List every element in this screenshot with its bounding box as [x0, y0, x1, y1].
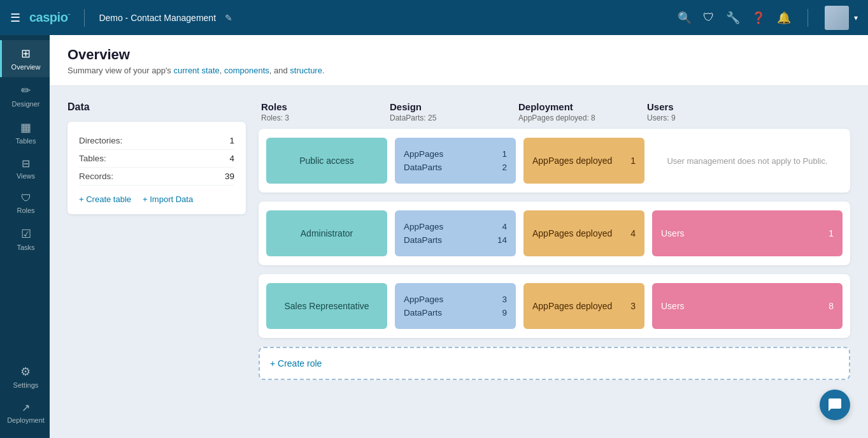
create-table-link[interactable]: + Create table: [79, 194, 131, 204]
sidebar-item-roles[interactable]: 🛡 Roles: [0, 186, 50, 221]
dataParts-value: 2: [502, 163, 507, 172]
tool-icon[interactable]: 🔧: [726, 11, 740, 25]
data-stats-card: Directories: 1 Tables: 4 Records: 39 + C…: [68, 122, 246, 214]
sidebar-item-settings[interactable]: ⚙ Settings: [5, 358, 45, 395]
col-header-deployment: Deployment AppPages deployed: 8: [518, 101, 639, 122]
main-content: Overview Summary view of your app's curr…: [50, 35, 868, 438]
design-appPages-sales: AppPages 3: [404, 295, 507, 304]
role-row-public: Public access AppPages 1 DataParts 2 App…: [259, 129, 850, 193]
role-name-public: Public access: [299, 156, 354, 166]
search-icon[interactable]: 🔍: [678, 11, 692, 25]
chat-icon: [827, 397, 843, 412]
sidebar-item-label: Views: [17, 172, 35, 180]
dataParts-label-sales: DataParts: [404, 308, 442, 318]
appPages-label-admin: AppPages: [404, 222, 443, 231]
col-users-title: Users: [647, 101, 848, 112]
top-nav: ☰ caspio·· Demo - Contact Management ✎ 🔍…: [0, 0, 868, 35]
create-role-button[interactable]: + Create role: [259, 347, 850, 380]
shield-icon[interactable]: 🛡: [703, 11, 715, 24]
col-design-sub: DataParts: 25: [390, 113, 511, 122]
import-data-link[interactable]: + Import Data: [143, 194, 193, 204]
edit-icon[interactable]: ✎: [225, 13, 232, 23]
stat-row-directories: Directories: 1: [79, 132, 234, 150]
role-card-sales[interactable]: Sales Representative: [266, 283, 387, 329]
directories-label: Directories:: [79, 136, 122, 145]
subtitle-link-state[interactable]: current state: [174, 66, 220, 75]
users-label-admin: Users: [661, 228, 685, 238]
design-card-sales[interactable]: AppPages 3 DataParts 9: [395, 283, 516, 329]
appPages-label-sales: AppPages: [404, 295, 443, 304]
page-header: Overview Summary view of your app's curr…: [50, 35, 868, 86]
roles-icon: 🛡: [21, 193, 31, 204]
sidebar-item-views[interactable]: ⊟ Views: [0, 151, 50, 186]
deploy-label-sales: AppPages deployed: [532, 301, 612, 311]
users-card-public-text: User management does not apply to Public…: [652, 138, 843, 184]
sidebar-item-label: Overview: [11, 63, 41, 71]
data-actions: + Create table + Import Data: [79, 194, 234, 204]
stat-row-records: Records: 39: [79, 168, 234, 186]
appPages-value-sales: 3: [502, 295, 507, 304]
col-header-roles: Roles Roles: 3: [261, 101, 382, 122]
appPages-value: 1: [502, 149, 507, 159]
help-icon[interactable]: ❓: [751, 11, 765, 25]
chat-bubble-button[interactable]: [820, 390, 850, 420]
sidebar-item-label: Tasks: [17, 244, 34, 251]
sidebar-item-label: Designer: [11, 100, 39, 108]
design-dataParts-admin: DataParts 14: [404, 235, 507, 245]
sidebar-item-tables[interactable]: ▦ Tables: [0, 114, 50, 151]
col-roles-title: Roles: [261, 101, 382, 112]
sidebar-item-designer[interactable]: ✏ Designer: [0, 77, 50, 114]
hamburger-icon[interactable]: ☰: [10, 11, 20, 25]
content-area: Data Directories: 1 Tables: 4 Records: 3…: [50, 86, 868, 395]
design-appPages-admin: AppPages 4: [404, 222, 507, 231]
col-header-users: Users Users: 9: [647, 101, 848, 122]
logo: caspio··: [29, 10, 70, 25]
subtitle-link-components[interactable]: components: [224, 66, 269, 75]
tables-label: Tables:: [79, 154, 106, 163]
deploy-value-admin: 4: [630, 228, 636, 238]
deploy-label-admin: AppPages deployed: [532, 228, 612, 238]
design-dataParts-public: DataParts 2: [404, 163, 507, 172]
dataParts-label: DataParts: [404, 163, 442, 172]
deploy-card-sales[interactable]: AppPages deployed 3: [523, 283, 644, 329]
design-card-public[interactable]: AppPages 1 DataParts 2: [395, 138, 516, 184]
col-design-title: Design: [390, 101, 511, 112]
role-row-admin: Administrator AppPages 4 DataParts 14 Ap…: [259, 201, 850, 265]
sidebar-item-deployment[interactable]: ↗ Deployment: [5, 395, 45, 430]
subtitle-link-structure[interactable]: structure: [290, 66, 322, 75]
design-card-admin[interactable]: AppPages 4 DataParts 14: [395, 210, 516, 256]
user-avatar-area[interactable]: ▾: [825, 6, 858, 30]
bell-icon[interactable]: 🔔: [777, 11, 791, 25]
roles-column-headers: Roles Roles: 3 Design DataParts: 25 Depl…: [259, 101, 850, 122]
page-title: Overview: [68, 47, 850, 63]
chevron-down-icon: ▾: [854, 13, 858, 22]
deploy-label: AppPages deployed: [532, 156, 612, 166]
avatar: [825, 6, 849, 30]
data-panel: Data Directories: 1 Tables: 4 Records: 3…: [68, 101, 246, 380]
deploy-value-public: 1: [630, 156, 636, 166]
stat-row-tables: Tables: 4: [79, 150, 234, 168]
tasks-icon: ☑: [21, 227, 31, 241]
appPages-label: AppPages: [404, 149, 443, 159]
users-label-sales: Users: [661, 301, 685, 311]
role-card-public[interactable]: Public access: [266, 138, 387, 184]
users-card-admin[interactable]: Users 1: [652, 210, 843, 256]
deploy-card-public[interactable]: AppPages deployed 1: [523, 138, 644, 184]
sidebar-item-overview[interactable]: ⊞ Overview: [0, 40, 50, 77]
sidebar-bottom: ⚙ Settings ↗ Deployment: [5, 358, 45, 438]
records-value: 39: [225, 172, 234, 181]
col-deploy-sub: AppPages deployed: 8: [518, 113, 639, 122]
sidebar: ⊞ Overview ✏ Designer ▦ Tables ⊟ Views 🛡…: [0, 35, 50, 438]
data-panel-title: Data: [68, 101, 246, 113]
design-dataParts-sales: DataParts 9: [404, 308, 507, 318]
role-name-sales: Sales Representative: [284, 301, 369, 311]
deploy-card-admin[interactable]: AppPages deployed 4: [523, 210, 644, 256]
overview-icon: ⊞: [21, 47, 31, 61]
sidebar-item-tasks[interactable]: ☑ Tasks: [0, 221, 50, 258]
col-roles-sub: Roles: 3: [261, 113, 382, 122]
settings-icon: ⚙: [20, 365, 31, 379]
app-name: Demo - Contact Management: [99, 13, 216, 23]
users-card-sales[interactable]: Users 8: [652, 283, 843, 329]
role-card-admin[interactable]: Administrator: [266, 210, 387, 256]
appPages-value-admin: 4: [502, 222, 507, 231]
